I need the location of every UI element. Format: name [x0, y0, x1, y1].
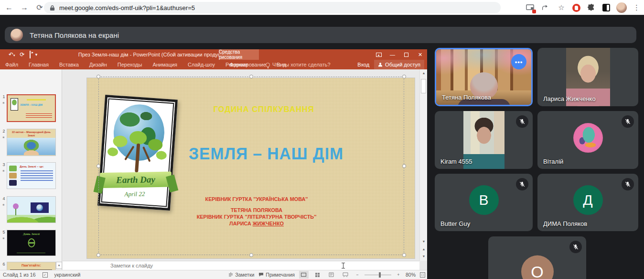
cast-icon[interactable] — [525, 3, 535, 12]
forward-button[interactable]: → — [18, 1, 31, 14]
tell-me-box[interactable]: Что вы хотите сделать? — [266, 62, 331, 67]
slide-thumbnail-3[interactable]: День Землі – це: — [7, 162, 56, 189]
more-options-button[interactable]: ••• — [511, 54, 526, 69]
back-button[interactable]: ← — [3, 1, 15, 14]
ribbon-tab-home[interactable]: Главная — [23, 60, 54, 69]
url-text: meet.google.com/eds-omtf-uik?pli=1&authu… — [59, 4, 195, 11]
slide-thumbnail-5[interactable]: День Землі — [7, 230, 56, 256]
slide-thumbnail-2[interactable]: 22 квітня – Міжнародний День Землі — [7, 129, 56, 156]
spellcheck-icon[interactable]: ✓ — [43, 272, 48, 278]
notes-splitter-button[interactable]: ▾ — [56, 262, 62, 269]
participant-avatar — [573, 123, 603, 153]
browser-actions: ☆ ⋮ — [525, 0, 642, 15]
slide-number: 6 — [1, 262, 6, 267]
mic-muted-icon — [569, 241, 582, 253]
slide-number: 1 — [1, 94, 6, 99]
scroll-down-button[interactable]: ▼ — [420, 238, 427, 245]
status-bar: Слайд 1 из 16 ✓ украинский Заметки Приме… — [0, 270, 427, 279]
view-normal-button[interactable] — [299, 271, 309, 279]
slide-thumbnail-4[interactable] — [7, 196, 56, 223]
slide-credits[interactable]: КЕРІВНИК ГУРТКА ''УКРАЇНСЬКА МОВА'' ТЕТЯ… — [187, 196, 326, 227]
view-sorter-button[interactable] — [313, 271, 322, 279]
thumb1-poster — [11, 98, 18, 111]
slide-thumbnail-1[interactable]: ЗЕМЛЯ – НАШ ДІМ — [7, 94, 56, 122]
slide-number: 3 — [1, 162, 6, 167]
view-reading-button[interactable] — [327, 271, 336, 279]
participant-name: Butter Guy — [440, 220, 470, 227]
comments-toggle[interactable]: Примечания — [258, 272, 295, 278]
participant-tile-kiram[interactable]: Kiram 4555 — [435, 111, 533, 169]
ribbon-tab-transitions[interactable]: Переходы — [112, 60, 148, 69]
meet-stage: Тетяна Полякова на екрані ↶▾ ⟳ ▾ През Зе… — [0, 15, 644, 279]
earth-day-poster[interactable]: Earth Day April 22 — [97, 95, 178, 211]
extensions-puzzle-icon[interactable] — [587, 3, 596, 12]
browser-profile-avatar[interactable] — [616, 2, 627, 13]
slide-canvas[interactable]: Earth Day April 22 ГОДИНА СПІЛКУВАННЯ ЗЕ… — [87, 78, 415, 258]
fit-slide-button[interactable] — [420, 272, 425, 278]
address-bar[interactable]: meet.google.com/eds-omtf-uik?pli=1&authu… — [44, 2, 501, 13]
view-slideshow-button[interactable] — [341, 271, 350, 279]
notes-toggle[interactable]: Заметки — [228, 272, 254, 278]
redo-button[interactable]: ⟳ — [20, 52, 25, 57]
slide-kicker[interactable]: ГОДИНА СПІЛКУВАННЯ — [178, 105, 350, 114]
participant-tile-butter-guy[interactable]: B Butter Guy — [435, 174, 533, 231]
scroll-up-button[interactable]: ▲ — [420, 69, 427, 76]
text-cursor — [341, 263, 346, 269]
slide-counter: Слайд 1 из 16 — [3, 272, 36, 278]
sign-in-button[interactable]: Вход — [357, 62, 369, 67]
ribbon-tab-design[interactable]: Дизайн — [84, 60, 112, 69]
start-slideshow-button[interactable] — [30, 52, 31, 57]
ribbon-tab-animations[interactable]: Анимация — [147, 60, 182, 69]
ribbon-tab-file[interactable]: Файл — [0, 60, 23, 69]
thumb6-title: Пам'ятайте: — [7, 264, 55, 267]
thumb3-title: День Землі – це: — [20, 165, 53, 168]
next-slide-button[interactable]: ▼ — [420, 253, 427, 259]
zoom-slider[interactable] — [365, 275, 391, 275]
thumb5-caption — [17, 253, 45, 253]
window-controls: ▴ — ✕ — [372, 49, 427, 60]
restore-button[interactable] — [399, 49, 413, 60]
ribbon-tab-format[interactable]: Формат — [219, 60, 259, 69]
customize-qat-button[interactable]: ▾ — [35, 53, 38, 57]
extension-darkmode-icon[interactable] — [602, 4, 610, 11]
ribbon-display-options-button[interactable]: ▴ — [372, 49, 386, 60]
ribbon-tab-slideshow[interactable]: Слайд-шоу — [182, 60, 220, 69]
ribbon-tab-insert[interactable]: Вставка — [54, 60, 84, 69]
language-indicator[interactable]: украинский — [54, 272, 81, 278]
undo-button[interactable]: ↶▾ — [9, 52, 15, 57]
vertical-scrollbar[interactable]: ▲ ▼ ▲ ▼ — [419, 69, 427, 261]
prev-slide-button[interactable]: ▲ — [420, 246, 427, 252]
ribbon-right-actions: Вход Общий доступ — [357, 60, 424, 69]
notes-placeholder: Заметки к слайду — [110, 263, 153, 268]
participant-tile-partial[interactable]: O — [488, 236, 586, 279]
zoom-slider-thumb[interactable] — [379, 272, 381, 278]
thumb1-kicker — [27, 99, 46, 100]
participant-name: ДИМА Поляков — [543, 220, 587, 227]
notes-icon — [228, 272, 233, 277]
share-icon[interactable] — [541, 3, 550, 12]
quick-access-toolbar: ↶▾ ⟳ ▾ — [4, 52, 37, 57]
thumb4-flower — [13, 203, 19, 209]
animation-star-icon: ✶ — [2, 101, 5, 105]
participant-tile-vitaliy[interactable]: Віталій — [537, 111, 638, 169]
participant-tile-dyma[interactable]: Д ДИМА Поляков — [537, 174, 638, 231]
close-button[interactable]: ✕ — [413, 49, 427, 60]
participant-avatar: Д — [573, 185, 603, 215]
thumb3-bullets — [21, 170, 53, 182]
share-button[interactable]: Общий доступ — [374, 60, 424, 69]
mic-muted-icon — [516, 115, 528, 128]
scrollbar-thumb[interactable] — [421, 79, 426, 93]
notes-panel[interactable]: Заметки к слайду — [63, 261, 419, 270]
extension-red-icon[interactable] — [572, 4, 580, 12]
zoom-level[interactable]: 80% — [406, 272, 416, 278]
minimize-button[interactable]: — — [386, 49, 399, 60]
browser-menu-icon[interactable]: ⋮ — [633, 3, 640, 12]
thumb3-images — [9, 166, 18, 187]
thumb1-title: ЗЕМЛЯ – НАШ ДІМ — [20, 104, 50, 106]
participant-tile-larysa[interactable]: Лариса Жижченко — [537, 48, 638, 106]
zoom-out-button[interactable]: − — [354, 271, 360, 279]
slide-title[interactable]: ЗЕМЛЯ – НАШ ДІМ — [170, 144, 362, 163]
zoom-in-button[interactable]: + — [396, 271, 401, 279]
bookmark-star-icon[interactable]: ☆ — [557, 3, 566, 12]
participant-tile-tetyana[interactable]: ••• Тетяна Полякова — [435, 48, 533, 106]
